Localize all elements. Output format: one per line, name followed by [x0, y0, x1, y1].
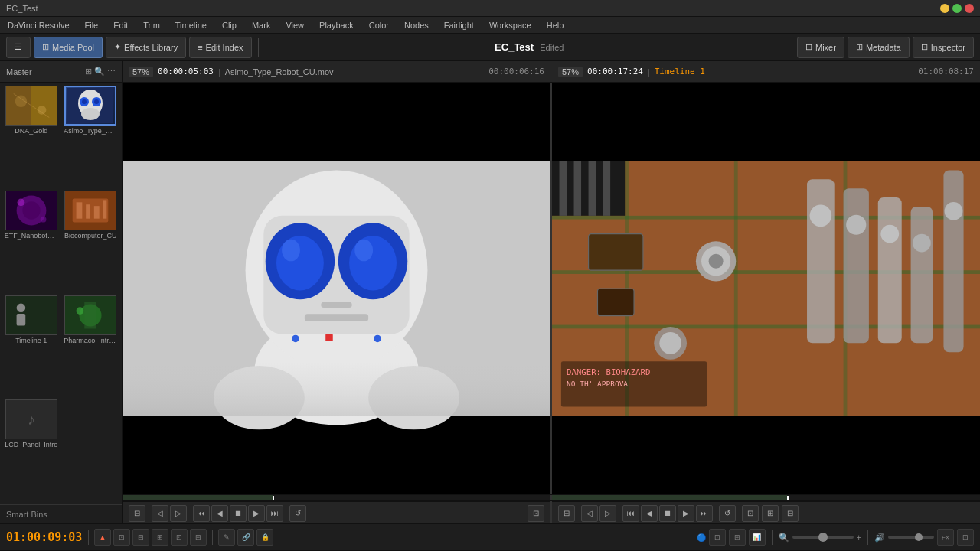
menu-edit[interactable]: Edit	[110, 19, 131, 31]
sidebar-search-icon[interactable]: 🔍	[94, 67, 105, 77]
close-button[interactable]	[965, 4, 974, 13]
source-stop-button[interactable]: ⏹	[230, 505, 247, 522]
source-rewind-button[interactable]: ◀	[211, 505, 228, 522]
timeline-view-button[interactable]: ⊞	[729, 529, 746, 546]
trim-tool-button[interactable]: ⊡	[113, 529, 130, 546]
source-prev-mark-button[interactable]: ◁	[152, 505, 168, 522]
minimize-button[interactable]	[940, 4, 949, 13]
blade-button[interactable]: ⊞	[152, 529, 168, 546]
mixer-button[interactable]: ⊟ Mixer	[797, 37, 844, 58]
program-skip-start-button[interactable]: ⏮	[622, 505, 639, 522]
menu-workspace[interactable]: Workspace	[486, 19, 534, 31]
note-icon: ♪	[28, 411, 35, 429]
edit-index-button[interactable]: ≡ Edit Index	[189, 37, 251, 58]
menu-timeline[interactable]: Timeline	[172, 19, 210, 31]
source-loop-button[interactable]: ↺	[289, 505, 306, 522]
snapping-button[interactable]: ⊡	[709, 529, 726, 546]
menu-color[interactable]: Color	[366, 19, 392, 31]
menu-file[interactable]: File	[82, 19, 102, 31]
timeline-name: Timeline 1	[655, 67, 705, 77]
source-fullscreen-button[interactable]: ⊡	[528, 505, 544, 522]
svg-rect-20	[86, 204, 90, 218]
effects-library-button[interactable]: ✦ Effects Library	[106, 37, 186, 58]
menu-help[interactable]: Help	[544, 19, 567, 31]
menu-mark[interactable]: Mark	[249, 19, 273, 31]
program-rewind-button[interactable]: ◀	[641, 505, 658, 522]
menu-clip[interactable]: Clip	[219, 19, 240, 31]
svg-rect-29	[84, 302, 96, 328]
source-mark-in-button[interactable]: ▷	[170, 505, 187, 522]
media-item-etf[interactable]: ETF_Nanobot_HD	[3, 191, 60, 292]
fx-button[interactable]: FX	[937, 529, 954, 546]
media-pool-button[interactable]: ⊞ Media Pool	[34, 37, 103, 58]
effects-icon: ✦	[114, 42, 121, 52]
media-item-timeline1[interactable]: Timeline 1	[3, 295, 60, 397]
timeline-zoom-slider[interactable]	[792, 536, 854, 539]
svg-point-9	[82, 99, 87, 104]
source-skip-start-button[interactable]: ⏮	[193, 505, 210, 522]
volume-slider[interactable]	[888, 536, 934, 539]
program-play-button[interactable]: ▶	[678, 505, 694, 522]
svg-point-11	[81, 108, 100, 120]
hamburger-menu-button[interactable]: ☰	[6, 37, 31, 58]
lock-button[interactable]: 🔒	[256, 529, 273, 546]
dynamic-trim-button[interactable]: ⊟	[132, 529, 149, 546]
audio-meter-button[interactable]: 📊	[749, 529, 766, 546]
program-monitor[interactable]: DANGER: BIOHAZARD NO TH' APPROVAL	[552, 83, 980, 494]
media-item-lcd[interactable]: ♪ LCD_Panel_Intro	[3, 399, 60, 501]
svg-point-15	[17, 198, 24, 206]
etf-label: ETF_Nanobot_HD	[5, 232, 58, 240]
program-fullscreen-button[interactable]: ⊡	[742, 505, 759, 522]
maximize-button[interactable]	[952, 4, 962, 13]
program-pip-button[interactable]: ⊞	[762, 505, 779, 522]
program-prev-button[interactable]: ◁	[581, 505, 598, 522]
menu-view[interactable]: View	[283, 19, 307, 31]
master-header: Master ⊞ 🔍 ⋯	[0, 61, 122, 83]
media-item-pharmaco[interactable]: Pharmaco_Intro_CHROMA	[63, 295, 119, 397]
source-view-button[interactable]: ⊟	[129, 505, 145, 522]
program-ext-button[interactable]: ⊟	[782, 505, 799, 522]
select-tool-button[interactable]: ▲	[94, 529, 111, 546]
metadata-button[interactable]: ⊞ Metadata	[848, 37, 910, 58]
edit-status: Edited	[540, 43, 564, 52]
svg-rect-56	[807, 179, 835, 343]
link-button[interactable]: 🔗	[237, 529, 254, 546]
program-view-button[interactable]: ⊟	[558, 505, 575, 522]
menu-playback[interactable]: Playback	[316, 19, 357, 31]
playback-controls-row: ⊟ ◁ ▷ ⏮ ◀ ⏹ ▶ ⏭ ↺ ⊡ ⊟ ◁	[122, 500, 980, 523]
program-next-button[interactable]: ▷	[599, 505, 616, 522]
timeline-toolbar: 01:00:09:03 ▲ ⊡ ⊟ ⊞ ⊡ ⊟ ✎ 🔗 🔒 🔵 ⊡ ⊞ 📊 🔍 …	[0, 523, 980, 551]
svg-rect-25	[16, 314, 25, 326]
program-skip-end-button[interactable]: ⏭	[696, 505, 713, 522]
sidebar-more-icon[interactable]: ⋯	[107, 67, 116, 77]
source-play-button[interactable]: ▶	[248, 505, 265, 522]
source-skip-end-button[interactable]: ⏭	[266, 505, 283, 522]
smart-bins[interactable]: Smart Bins	[0, 504, 122, 523]
source-filename: Asimo_Type_Robot_CU.mov	[225, 67, 334, 77]
clip-effects-button[interactable]: ⊡	[957, 529, 974, 546]
media-item-bio[interactable]: Biocomputer_CU	[63, 191, 119, 292]
inspector-button[interactable]: ⊡ Inspector	[913, 37, 974, 58]
source-monitor[interactable]	[122, 83, 550, 494]
program-stop-button[interactable]: ⏹	[659, 505, 676, 522]
svg-rect-80	[603, 161, 611, 215]
media-item-dna-gold[interactable]: DNA_Gold	[3, 86, 60, 187]
media-item-asimo[interactable]: Asimo_Type_Robot_CU	[63, 86, 119, 187]
program-loop-button[interactable]: ↺	[719, 505, 736, 522]
program-zoom-level[interactable]: 57%	[558, 67, 583, 77]
source-zoom-level[interactable]: 57%	[129, 67, 153, 77]
menu-trim[interactable]: Trim	[140, 19, 163, 31]
sidebar-view-icon[interactable]: ⊞	[85, 67, 92, 77]
menu-davinci[interactable]: DaVinci Resolve	[5, 19, 73, 31]
tl-sep-2	[212, 530, 213, 545]
title-bar: EC_Test	[0, 0, 980, 17]
pen-tool-button[interactable]: ✎	[218, 529, 235, 546]
svg-rect-79	[589, 161, 596, 215]
timeline-thumb-image	[6, 295, 57, 335]
slide-button[interactable]: ⊟	[190, 529, 207, 546]
svg-point-45	[292, 335, 299, 343]
svg-point-39	[354, 240, 373, 262]
menu-nodes[interactable]: Nodes	[401, 19, 432, 31]
menu-fairlight[interactable]: Fairlight	[441, 19, 477, 31]
slip-button[interactable]: ⊡	[171, 529, 188, 546]
